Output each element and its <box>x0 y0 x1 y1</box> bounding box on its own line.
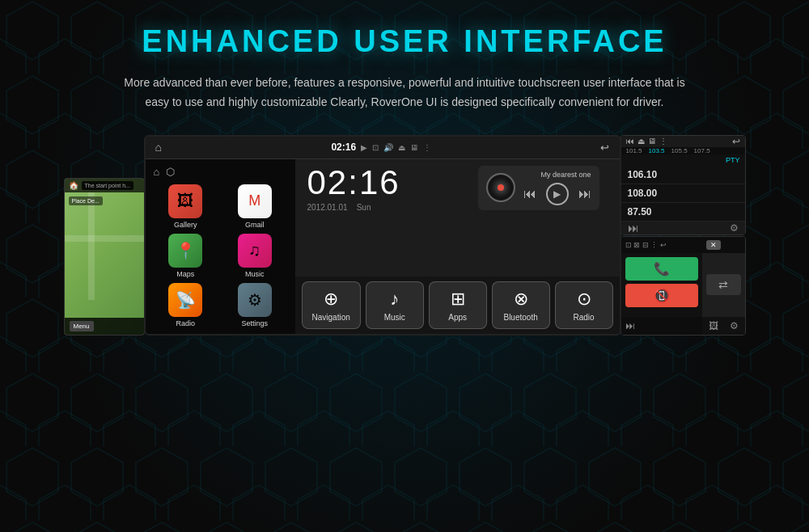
station-freq-3: 87.50 <box>628 206 739 217</box>
display-icon: 🖥 <box>410 143 418 152</box>
status-time: 02:16 <box>331 141 356 153</box>
nav-btn-radio-label: Radio <box>573 313 594 322</box>
accept-call-button[interactable]: 📞 <box>625 257 698 281</box>
station-freq-2: 108.00 <box>628 188 739 199</box>
radio-eject-icon: ⏏ <box>637 137 645 146</box>
radio-prev-icon[interactable]: ⏮ <box>626 137 634 146</box>
freq-107: 107.5 <box>694 147 710 154</box>
radio-more-icon[interactable]: ⋮ <box>659 137 667 146</box>
radio-settings-icon[interactable]: ⚙ <box>730 222 739 234</box>
station-1[interactable]: 106.10 <box>621 166 745 184</box>
media-icon: ▶ <box>361 143 367 152</box>
page-title: ENHANCED USER INTERFACE <box>142 24 667 59</box>
radio-screen: ⏮ ⏏ 🖥 ⋮ ↩ 101.5 103.5 105.5 107.5 <box>621 135 746 235</box>
radio-icon: ⊙ <box>577 289 591 310</box>
music-nav-icon: ♪ <box>390 289 399 310</box>
phone-right-topbar: ✕ <box>702 237 745 253</box>
vinyl-center <box>498 184 504 191</box>
app-music[interactable]: ♫ Music <box>222 234 287 278</box>
main-screen: ⌂ 02:16 ▶ ⊡ 🔊 ⏏ 🖥 ⋮ ↩ <box>144 135 621 336</box>
radio-top-bar: ⏮ ⏏ 🖥 ⋮ ↩ <box>621 136 745 147</box>
nav-btn-bluetooth[interactable]: ⊗ Bluetooth <box>492 281 550 329</box>
radio-freq-bar: 101.5 103.5 105.5 107.5 <box>621 147 745 154</box>
bluetooth-icon: ⊗ <box>514 289 528 310</box>
nav-btn-navigation[interactable]: ⊕ Navigation <box>302 281 361 329</box>
main-top-bar: ⌂ 02:16 ▶ ⊡ 🔊 ⏏ 🖥 ⋮ ↩ <box>146 137 620 159</box>
app-music-label: Music <box>245 270 265 278</box>
phone-swap-button[interactable]: ⇄ <box>706 274 741 295</box>
clock-date: 2012.01.01 Sun <box>307 203 400 212</box>
nav-btn-music-label: Music <box>384 313 405 322</box>
recent-icon[interactable]: ⬡ <box>166 166 175 178</box>
pty-badge: PTY <box>621 154 745 166</box>
radio-stations: 106.10 108.00 87.50 <box>621 166 745 222</box>
app-radio-label: Radio <box>176 319 195 327</box>
music-controls: My dearest one ⏮ ▶ ⏭ <box>523 171 591 205</box>
home-icon[interactable]: ⌂ <box>155 141 162 154</box>
decline-call-button[interactable]: 📵 <box>625 284 698 307</box>
prev-button[interactable]: ⏮ <box>523 187 536 201</box>
navigation-screen: 🏠 The start point h... Place De... Menu <box>64 178 145 336</box>
more-icon[interactable]: ⋮ <box>423 143 431 152</box>
radio-bottom: ⏭ ⚙ <box>621 222 745 234</box>
app-gallery-label: Gallery <box>174 221 197 229</box>
cast-icon: ⊡ <box>372 143 379 152</box>
nav-btn-apps-label: Apps <box>448 313 467 322</box>
phone-right-panel: ✕ ⇄ 🖼 ⚙ <box>702 237 745 335</box>
next-button[interactable]: ⏭ <box>578 187 591 201</box>
play-button[interactable]: ▶ <box>546 183 569 205</box>
radio-back-icon[interactable]: ↩ <box>732 136 740 147</box>
nav-info-text: The start point h... <box>82 181 133 190</box>
app-settings[interactable]: ⚙ Settings <box>222 283 287 327</box>
station-2[interactable]: 108.00 <box>621 184 745 203</box>
back-icon[interactable]: ↩ <box>600 141 609 154</box>
app-radio[interactable]: 📡 Radio <box>154 283 218 327</box>
center-content: 02:16 2012.01.01 Sun <box>295 159 620 334</box>
nav-btn-bluetooth-label: Bluetooth <box>503 313 537 322</box>
music-title: My dearest one <box>523 171 591 179</box>
right-screens: ⏮ ⏏ 🖥 ⋮ ↩ 101.5 103.5 105.5 107.5 <box>621 135 746 336</box>
phone-options: ⇄ <box>702 253 745 317</box>
nav-btn-music[interactable]: ♪ Music <box>366 281 424 329</box>
page-subtitle: More advanced than ever before, features… <box>121 74 688 112</box>
clock-area: 02:16 2012.01.01 Sun <box>295 159 620 219</box>
app-maps[interactable]: 📍 Maps <box>154 234 218 278</box>
station-3[interactable]: 87.50 <box>621 203 745 222</box>
freq-105: 105.5 <box>671 147 688 154</box>
nav-menu-button[interactable]: Menu <box>70 321 94 331</box>
phone-icons: ⊡ ⊠ ⊟ ⋮ ↩ <box>625 241 667 249</box>
app-settings-label: Settings <box>241 319 268 327</box>
app-gmail[interactable]: M Gmail <box>222 184 287 229</box>
nav-btn-radio[interactable]: ⊙ Radio <box>555 281 613 329</box>
phone-call-area: 📞 📵 <box>621 253 702 317</box>
home-small-icon[interactable]: ⌂ <box>154 166 160 178</box>
close-x-icon: ✕ <box>706 240 721 250</box>
volume-icon: 🔊 <box>383 143 393 152</box>
station-freq-1: 106.10 <box>628 169 739 180</box>
vinyl-disc <box>486 173 515 202</box>
phone-skip-icon: ⏭ <box>625 320 635 331</box>
nav-btn-apps[interactable]: ⊞ Apps <box>429 281 487 329</box>
app-gmail-label: Gmail <box>245 221 265 229</box>
screens-container: 🏠 The start point h... Place De... Menu … <box>0 135 809 336</box>
freq-101: 101.5 <box>626 147 642 154</box>
eject-icon: ⏏ <box>398 143 405 152</box>
nav-place-label: Place De... <box>69 196 103 205</box>
nav-home-icon: 🏠 <box>69 181 78 190</box>
music-player: My dearest one ⏮ ▶ ⏭ <box>478 166 599 210</box>
phone-bottom-bar: 🖼 ⚙ <box>702 317 745 335</box>
radio-next-icon[interactable]: ⏭ <box>628 222 639 234</box>
navigation-icon: ⊕ <box>324 289 338 310</box>
phone-left-panel: ⊡ ⊠ ⊟ ⋮ ↩ 📞 📵 ⏭ <box>621 237 702 335</box>
phone-settings-icon[interactable]: ⚙ <box>730 320 739 331</box>
app-panel: ⌂ ⬡ 🖼 Gallery M Gmail 📍 <box>146 159 295 334</box>
clock-time: 02:16 <box>307 166 400 200</box>
freq-103: 103.5 <box>649 147 665 154</box>
apps-icon: ⊞ <box>451 289 465 310</box>
radio-display-icon: 🖥 <box>648 137 656 146</box>
phone-gallery-icon: 🖼 <box>709 320 718 331</box>
phone-top-bar: ⊡ ⊠ ⊟ ⋮ ↩ <box>621 237 702 253</box>
app-gallery[interactable]: 🖼 Gallery <box>154 184 218 229</box>
app-maps-label: Maps <box>176 270 194 278</box>
nav-btn-navigation-label: Navigation <box>312 313 350 322</box>
